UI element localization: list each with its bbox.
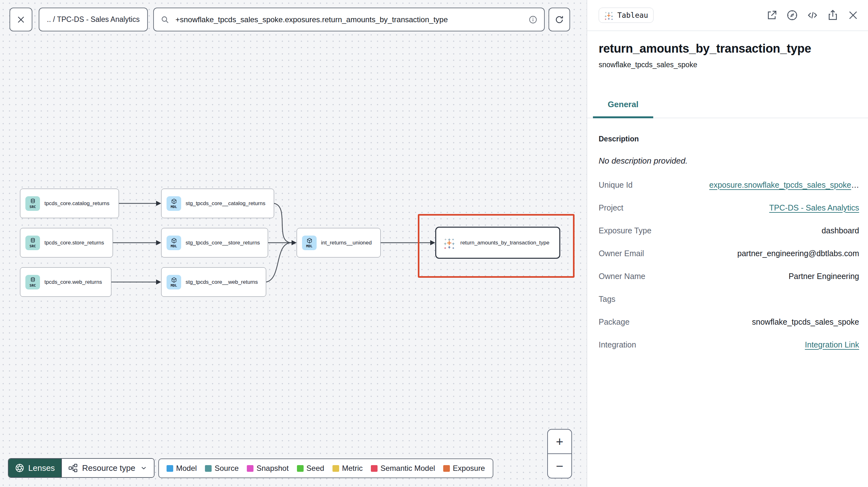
- open-external-icon[interactable]: [766, 9, 778, 21]
- node-label: stg_tpcds_core__web_returns: [186, 279, 258, 285]
- field-label: Project: [599, 203, 623, 213]
- field-value: partner_engineering@dbtlabs.com: [737, 249, 859, 258]
- cube-icon: MDL: [166, 196, 181, 211]
- lineage-canvas[interactable]: SRC tpcds_core.catalog_returns SRC tpcds…: [0, 0, 587, 487]
- database-icon: SRC: [25, 275, 40, 290]
- legend-label: Exposure: [453, 464, 485, 473]
- breadcrumb[interactable]: .. / TPC-DS - Sales Analytics: [39, 8, 148, 31]
- close-lineage-button[interactable]: [9, 8, 32, 31]
- legend-item: Metric: [333, 464, 363, 473]
- legend-swatch: [333, 465, 339, 472]
- selection-highlight-box: [418, 214, 575, 278]
- cube-icon: MDL: [302, 235, 317, 250]
- legend-item: Source: [205, 464, 239, 473]
- legend-label: Model: [176, 464, 197, 473]
- close-icon: [16, 15, 26, 24]
- graph-node-stg_catalog[interactable]: MDL stg_tpcds_core__catalog_returns: [161, 189, 274, 218]
- legend-swatch: [205, 465, 212, 472]
- legend-label: Snapshot: [256, 464, 288, 473]
- svg-text:+: +: [611, 18, 613, 20]
- resource-package-subtitle: snowflake_tpcds_sales_spoke: [599, 61, 859, 69]
- details-panel: + + + + + + + + + Tableau return_amou: [587, 0, 868, 487]
- graph-node-src_catalog[interactable]: SRC tpcds_core.catalog_returns: [20, 189, 119, 218]
- resource-title: return_amounts_by_transaction_type: [599, 42, 859, 56]
- zoom-controls: + −: [547, 429, 572, 479]
- svg-text:+: +: [611, 11, 613, 14]
- node-label: tpcds_core.catalog_returns: [44, 200, 110, 207]
- field-label: Package: [599, 317, 629, 327]
- resource-type-label: Resource type: [82, 463, 135, 473]
- lenses-label: Lenses: [28, 463, 55, 473]
- field-value: Partner Engineering: [789, 272, 859, 281]
- field-value: snowflake_tpcds_sales_spoke: [752, 317, 859, 327]
- cube-icon: MDL: [166, 235, 181, 250]
- legend-item: Exposure: [443, 464, 485, 473]
- legend-label: Seed: [307, 464, 324, 473]
- panel-tabs: General: [587, 100, 868, 118]
- field-label: Owner Email: [599, 249, 644, 258]
- resource-type-icon: [68, 463, 78, 473]
- graph-node-stg_web[interactable]: MDL stg_tpcds_core__web_returns: [161, 267, 266, 297]
- detail-field-row: Project TPC-DS - Sales Analytics: [599, 196, 859, 219]
- graph-node-src_web[interactable]: SRC tpcds_core.web_returns: [20, 267, 111, 297]
- legend-swatch: [443, 465, 450, 472]
- details-panel-header: + + + + + + + + + Tableau: [587, 0, 868, 31]
- field-label: Exposure Type: [599, 226, 651, 235]
- resource-type-dropdown[interactable]: Resource type: [61, 459, 154, 477]
- field-label: Unique Id: [599, 181, 632, 190]
- field-value-link[interactable]: TPC-DS - Sales Analytics: [769, 203, 859, 212]
- legend-label: Semantic Model: [380, 464, 435, 473]
- legend: Model Source Snapshot Seed Metric Semant…: [158, 458, 493, 478]
- zoom-in-button[interactable]: +: [548, 430, 571, 454]
- legend-swatch: [166, 465, 173, 472]
- graph-node-int_unioned[interactable]: MDL int_returns__unioned: [297, 228, 381, 257]
- database-icon: SRC: [25, 196, 40, 211]
- detail-field-row: Owner Email partner_engineering@dbtlabs.…: [599, 242, 859, 265]
- legend-label: Source: [214, 464, 239, 473]
- legend-item: Model: [166, 464, 197, 473]
- field-value: TPC-DS - Sales Analytics: [769, 203, 859, 213]
- info-icon[interactable]: [528, 15, 538, 24]
- detail-field-row: Exposure Type dashboard: [599, 219, 859, 242]
- detail-field-row: Tags: [599, 288, 859, 311]
- field-value-link[interactable]: exposure.snowflake_tpcds_sales_spoke: [709, 181, 851, 189]
- zoom-out-button[interactable]: −: [548, 454, 571, 478]
- detail-field-row: Unique Id exposure.snowflake_tpcds_sales…: [599, 173, 859, 196]
- breadcrumb-label: .. / TPC-DS - Sales Analytics: [47, 15, 140, 24]
- node-label: stg_tpcds_core__store_returns: [186, 240, 260, 246]
- field-value-link[interactable]: Integration Link: [805, 340, 859, 349]
- legend-label: Metric: [342, 464, 363, 473]
- lenses-button[interactable]: Lenses: [8, 459, 61, 477]
- truncation-ellipsis: …: [851, 181, 859, 189]
- close-panel-icon[interactable]: [847, 9, 859, 21]
- legend-item: Snapshot: [247, 464, 288, 473]
- detail-field-row: Package snowflake_tpcds_sales_spoke: [599, 311, 859, 333]
- search-icon: [160, 15, 170, 24]
- lineage-search[interactable]: [153, 8, 545, 31]
- compass-icon[interactable]: [786, 9, 798, 21]
- legend-swatch: [247, 465, 253, 472]
- tableau-badge-label: Tableau: [617, 11, 648, 19]
- field-label: Owner Name: [599, 272, 645, 281]
- tableau-logo-icon: + + + + + + + + +: [604, 10, 614, 20]
- field-label: Integration: [599, 340, 636, 349]
- share-icon[interactable]: [827, 9, 839, 21]
- legend-item: Semantic Model: [371, 464, 435, 473]
- tableau-badge: + + + + + + + + + Tableau: [599, 8, 654, 23]
- refresh-lineage-button[interactable]: [549, 8, 570, 31]
- cube-icon: MDL: [166, 275, 181, 290]
- code-icon[interactable]: [806, 9, 818, 21]
- graph-node-stg_store[interactable]: MDL stg_tpcds_core__store_returns: [161, 228, 268, 257]
- svg-text:+: +: [607, 12, 611, 19]
- node-label: tpcds_core.web_returns: [44, 279, 102, 285]
- node-label: tpcds_core.store_returns: [44, 240, 104, 246]
- database-icon: SRC: [25, 235, 40, 250]
- search-input[interactable]: [175, 15, 523, 24]
- detail-fields: Unique Id exposure.snowflake_tpcds_sales…: [599, 173, 859, 356]
- field-value: exposure.snowflake_tpcds_sales_spoke…: [709, 181, 860, 190]
- graph-node-src_store[interactable]: SRC tpcds_core.store_returns: [20, 228, 113, 257]
- tab-general[interactable]: General: [593, 100, 653, 118]
- field-value: dashboard: [822, 226, 859, 235]
- lenses-aperture-icon: [15, 463, 24, 473]
- node-label: int_returns__unioned: [321, 240, 372, 246]
